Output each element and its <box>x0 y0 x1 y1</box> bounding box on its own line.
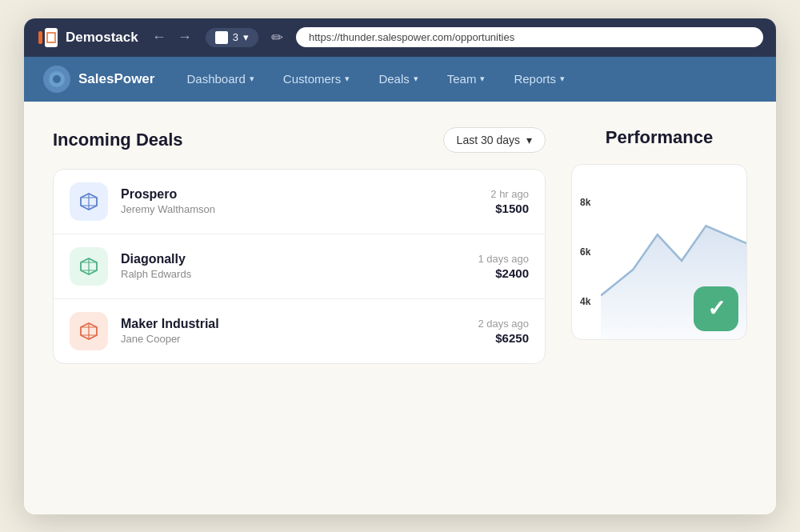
nav-item-reports[interactable]: Reports ▾ <box>501 66 578 92</box>
deal-row[interactable]: Prospero Jeremy Walthamson 2 hr ago $150… <box>54 170 545 234</box>
svg-rect-0 <box>38 31 42 44</box>
check-icon: ✓ <box>707 295 726 322</box>
browser-nav-arrows: ← → <box>148 27 196 47</box>
nav-items: Dashboard ▾ Customers ▾ Deals ▾ Team ▾ R… <box>174 66 757 92</box>
deal-amount: $2400 <box>478 266 529 280</box>
deal-info-maker: Maker Industrial Jane Cooper <box>121 317 465 345</box>
deal-meta-diagonally: 1 days ago $2400 <box>478 253 529 280</box>
tab-count: 3 <box>233 31 238 43</box>
right-panel: Performance 8k 6k 4k <box>571 127 747 489</box>
check-badge: ✓ <box>694 286 738 331</box>
browser-logo-text: Demostack <box>66 30 138 46</box>
svg-point-3 <box>53 75 61 83</box>
tab-pill[interactable]: 3 ▾ <box>206 28 258 47</box>
deal-row[interactable]: Maker Industrial Jane Cooper 2 days ago … <box>54 299 545 363</box>
deal-contact: Ralph Edwards <box>121 268 465 280</box>
panel-header: Incoming Deals Last 30 days ▾ <box>53 127 546 153</box>
date-filter-dropdown[interactable]: Last 30 days ▾ <box>443 127 546 153</box>
deal-time: 1 days ago <box>478 253 529 265</box>
deal-icon-diagonally <box>70 247 108 286</box>
forward-button[interactable]: → <box>174 27 196 47</box>
deal-amount: $1500 <box>490 202 529 215</box>
nav-item-team[interactable]: Team ▾ <box>434 66 498 92</box>
browser-chrome: Demostack ← → 3 ▾ ✏ https://thunder.sale… <box>24 18 776 57</box>
deal-meta-prospero: 2 hr ago $1500 <box>490 188 529 215</box>
deal-contact: Jane Cooper <box>121 333 465 345</box>
salespower-logo-icon <box>43 66 70 93</box>
app-logo: SalesPower <box>43 66 154 93</box>
edit-icon[interactable]: ✏ <box>268 29 286 46</box>
tab-icon <box>215 31 228 44</box>
deal-meta-maker: 2 days ago $6250 <box>478 318 529 345</box>
deal-info-diagonally: Diagonally Ralph Edwards <box>121 252 465 280</box>
chart-label-6k: 6k <box>580 246 590 258</box>
deal-name: Maker Industrial <box>121 317 465 331</box>
chevron-down-icon: ▾ <box>480 74 485 84</box>
deal-time: 2 hr ago <box>490 188 529 200</box>
deal-name: Diagonally <box>121 252 465 266</box>
chevron-down-icon: ▾ <box>414 74 418 84</box>
chart-label-4k: 4k <box>580 296 590 307</box>
deal-info-prospero: Prospero Jeremy Walthamson <box>121 187 478 215</box>
chart-label-8k: 8k <box>580 197 590 208</box>
deal-time: 2 days ago <box>478 318 529 330</box>
chevron-down-icon: ▾ <box>345 74 350 84</box>
performance-title: Performance <box>571 127 747 148</box>
chevron-down-icon: ▾ <box>250 74 254 84</box>
deal-icon-maker <box>70 312 108 350</box>
app-nav: SalesPower Dashboard ▾ Customers ▾ Deals… <box>24 57 776 102</box>
url-bar[interactable]: https://thunder.salespower.com/opportuni… <box>296 27 763 47</box>
main-content: Incoming Deals Last 30 days ▾ <box>24 102 776 514</box>
deal-row[interactable]: Diagonally Ralph Edwards 1 days ago $240… <box>54 234 545 299</box>
performance-chart: 8k 6k 4k <box>571 164 747 340</box>
deal-amount: $6250 <box>478 331 529 345</box>
nav-item-dashboard[interactable]: Dashboard ▾ <box>174 66 266 92</box>
nav-item-deals[interactable]: Deals ▾ <box>366 66 430 92</box>
left-panel: Incoming Deals Last 30 days ▾ <box>53 127 546 489</box>
date-filter-label: Last 30 days <box>457 134 520 146</box>
browser-logo: Demostack <box>37 26 138 49</box>
deal-contact: Jeremy Walthamson <box>121 203 478 215</box>
nav-item-customers[interactable]: Customers ▾ <box>270 66 363 92</box>
incoming-deals-title: Incoming Deals <box>53 130 183 150</box>
deal-name: Prospero <box>121 187 478 202</box>
back-button[interactable]: ← <box>148 27 170 47</box>
demostack-logo-icon <box>37 26 59 49</box>
chart-labels: 8k 6k 4k <box>580 165 590 339</box>
tab-chevron: ▾ <box>243 31 249 43</box>
chevron-down-icon: ▾ <box>526 134 532 146</box>
chevron-down-icon: ▾ <box>560 74 565 84</box>
deals-card: Prospero Jeremy Walthamson 2 hr ago $150… <box>53 169 546 364</box>
app-logo-text: SalesPower <box>78 71 154 87</box>
browser-window: Demostack ← → 3 ▾ ✏ https://thunder.sale… <box>24 18 776 514</box>
deal-icon-prospero <box>70 182 108 221</box>
